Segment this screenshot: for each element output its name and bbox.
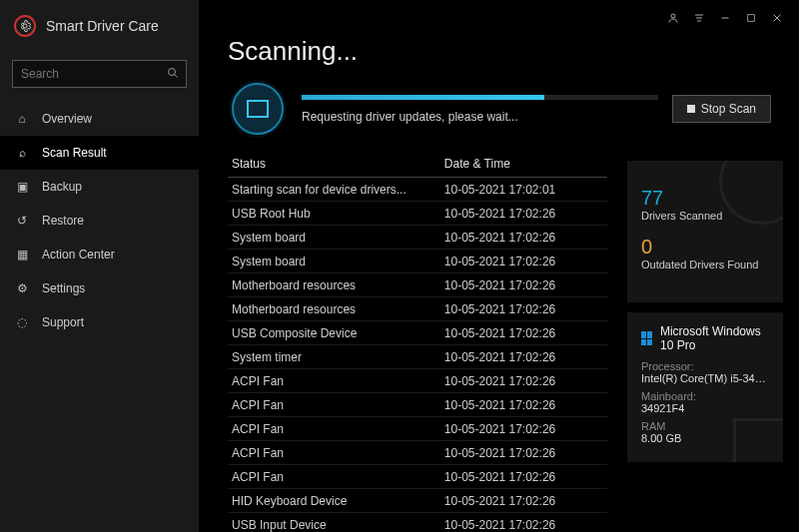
system-info-panel: Microsoft Windows 10 Pro Processor: Inte… bbox=[627, 312, 783, 462]
stop-scan-button[interactable]: Stop Scan bbox=[672, 95, 771, 123]
nav-label: Settings bbox=[42, 281, 85, 295]
user-icon[interactable] bbox=[663, 8, 683, 28]
windows-icon bbox=[641, 331, 652, 345]
app-brand: Smart Driver Care bbox=[0, 0, 199, 52]
stats-panel: 77 Drivers Scanned 0 Outdated Drivers Fo… bbox=[627, 161, 783, 302]
sidebar-item-overview[interactable]: ⌂Overview bbox=[0, 102, 199, 136]
table-row: USB Input Device10-05-2021 17:02:26 bbox=[228, 513, 607, 533]
col-status: Status bbox=[228, 151, 440, 178]
svg-line-1 bbox=[175, 75, 178, 78]
sidebar-item-action-center[interactable]: ▦Action Center bbox=[0, 238, 199, 271]
search-box[interactable] bbox=[12, 60, 187, 88]
close-button[interactable] bbox=[767, 8, 787, 28]
table-row: System board10-05-2021 17:02:26 bbox=[228, 250, 607, 273]
svg-point-0 bbox=[169, 69, 176, 76]
nav-icon: ⌂ bbox=[14, 112, 30, 126]
gear-icon bbox=[14, 15, 36, 37]
nav-label: Overview bbox=[42, 112, 92, 126]
outdated-label: Outdated Drivers Found bbox=[641, 259, 769, 270]
scanned-count: 77 bbox=[641, 187, 769, 210]
table-row: ACPI Fan10-05-2021 17:02:26 bbox=[228, 369, 607, 393]
table-row: USB Composite Device10-05-2021 17:02:26 bbox=[228, 321, 607, 345]
minimize-button[interactable] bbox=[715, 8, 735, 28]
app-title: Smart Driver Care bbox=[46, 18, 159, 34]
maximize-button[interactable] bbox=[741, 8, 761, 28]
table-row: ACPI Fan10-05-2021 17:02:26 bbox=[228, 393, 607, 417]
svg-point-2 bbox=[671, 14, 675, 18]
menu-icon[interactable] bbox=[689, 8, 709, 28]
table-row: Starting scan for device drivers...10-05… bbox=[228, 178, 607, 202]
table-row: ACPI Fan10-05-2021 17:02:26 bbox=[228, 417, 607, 441]
table-row: USB Root Hub10-05-2021 17:02:26 bbox=[228, 202, 607, 226]
col-datetime: Date & Time bbox=[440, 151, 607, 178]
table-row: Motherboard resources10-05-2021 17:02:26 bbox=[228, 273, 607, 297]
table-row: Motherboard resources10-05-2021 17:02:26 bbox=[228, 297, 607, 321]
nav-label: Support bbox=[42, 315, 84, 329]
nav-icon: ▦ bbox=[14, 248, 30, 262]
nav-icon: ◌ bbox=[14, 315, 30, 329]
nav-label: Action Center bbox=[42, 248, 115, 262]
table-row: HID Keyboard Device10-05-2021 17:02:26 bbox=[228, 489, 607, 513]
outdated-count: 0 bbox=[641, 236, 769, 259]
stop-icon bbox=[687, 105, 695, 113]
nav-label: Backup bbox=[42, 180, 82, 194]
scanned-label: Drivers Scanned bbox=[641, 210, 769, 222]
table-row: ACPI Fan10-05-2021 17:02:26 bbox=[228, 441, 607, 465]
nav-label: Scan Result bbox=[42, 146, 107, 160]
sidebar-item-scan-result[interactable]: ⌕Scan Result bbox=[0, 136, 199, 170]
os-name: Microsoft Windows 10 Pro bbox=[660, 324, 769, 352]
page-title: Scanning... bbox=[228, 36, 771, 67]
nav-icon: ⚙ bbox=[14, 281, 30, 295]
sidebar-item-support[interactable]: ◌Support bbox=[0, 305, 199, 339]
nav-label: Restore bbox=[42, 214, 84, 228]
table-row: System board10-05-2021 17:02:26 bbox=[228, 226, 607, 250]
sidebar-item-restore[interactable]: ↺Restore bbox=[0, 204, 199, 238]
nav-icon: ⌕ bbox=[14, 146, 30, 160]
table-row: ACPI Fan10-05-2021 17:02:26 bbox=[228, 465, 607, 489]
nav-icon: ↺ bbox=[14, 214, 30, 228]
search-input[interactable] bbox=[13, 61, 186, 87]
svg-rect-7 bbox=[748, 15, 755, 22]
table-row: System timer10-05-2021 17:02:26 bbox=[228, 345, 607, 369]
progress-bar bbox=[302, 95, 658, 100]
scan-badge-icon bbox=[228, 79, 288, 139]
nav-icon: ▣ bbox=[14, 180, 30, 194]
sidebar-item-backup[interactable]: ▣Backup bbox=[0, 170, 199, 204]
sidebar-item-settings[interactable]: ⚙Settings bbox=[0, 271, 199, 305]
search-icon bbox=[167, 67, 179, 82]
scan-message: Requesting driver updates, please wait..… bbox=[302, 110, 658, 124]
